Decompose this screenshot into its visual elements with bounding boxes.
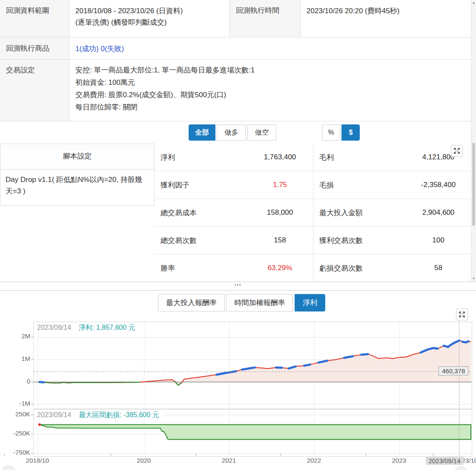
expand-icon bbox=[458, 311, 466, 318]
x-tick-mark bbox=[281, 454, 281, 456]
x-tick-label: 2022 bbox=[295, 457, 333, 464]
info-row-settings: 交易設定 安控: 單一商品最大部位:1, 單一商品每日最多進場次數:1 初始資金… bbox=[0, 60, 471, 121]
y-tick-label: -1M bbox=[0, 400, 30, 407]
stat-value: 100 bbox=[406, 227, 471, 254]
script-settings-panel: 腳本設定 Day Drop v1.1( 距低點N%以內=20, 持股幾天=3 ) bbox=[0, 144, 155, 206]
range-value-line1: 2018/10/08 - 2023/10/26 (日資料) bbox=[75, 5, 229, 17]
stat-label: 毛損 bbox=[313, 171, 406, 199]
max-drawdown-chart[interactable]: 2023/09/14最大區間虧損: -385,600 元 bbox=[33, 409, 472, 457]
chart-tooltip: 2023/09/14淨利: 1,857,600 元 bbox=[35, 323, 139, 333]
products-value-link[interactable]: 1(成功) 0(失敗) bbox=[69, 37, 471, 59]
tab-dollar[interactable]: $ bbox=[341, 124, 360, 141]
stat-value: -2,358,400 bbox=[406, 171, 471, 199]
settings-line-reset: 每日部位歸零: 關閉 bbox=[75, 101, 471, 113]
stats-table: 淨利 1,763,400 毛利 4,121,800 獲利因子 1.75 毛損 -… bbox=[155, 144, 471, 282]
stat-value: 1.75 bbox=[247, 171, 313, 199]
net-profit-chart[interactable]: 2023/09/14淨利: 1,857,600 元 bbox=[33, 322, 472, 409]
expand-icon bbox=[453, 147, 461, 155]
unit-toggle-group: % $ bbox=[322, 124, 360, 141]
settings-line-risk: 安控: 單一商品最大部位:1, 單一商品每日最多進場次數:1 bbox=[75, 64, 471, 76]
stat-value: 63.29% bbox=[247, 254, 313, 282]
y-tick-mark bbox=[31, 337, 33, 337]
tooltip-value: 最大區間虧損: -385,600 元 bbox=[79, 411, 159, 418]
stat-value: 58 bbox=[406, 254, 471, 282]
x-tick-mark bbox=[196, 454, 196, 456]
script-settings-header: 腳本設定 bbox=[0, 144, 154, 170]
stat-label: 總交易成本 bbox=[155, 199, 247, 227]
stats-expand-button[interactable] bbox=[451, 145, 463, 157]
chart-tab-group: 最大投入報酬率 時間加權報酬率 淨利 bbox=[158, 294, 325, 311]
position-toggle-group: 全部 做多 做空 bbox=[189, 124, 276, 141]
y-tick-label: 250K bbox=[0, 410, 30, 418]
crosshair-vertical-line bbox=[459, 322, 459, 456]
exec-time-label: 回測執行時間 bbox=[230, 0, 300, 37]
tab-percent[interactable]: % bbox=[322, 124, 340, 141]
range-label: 回測資料範圍 bbox=[0, 0, 69, 37]
tab-all[interactable]: 全部 bbox=[189, 124, 215, 141]
tooltip-date: 2023/09/14 bbox=[37, 411, 71, 418]
crosshair-x-label: 2023/09/14 bbox=[426, 457, 463, 465]
y-tick-label: 2M bbox=[0, 332, 30, 340]
x-tick-mark bbox=[433, 454, 433, 456]
stat-value: 1,763,400 bbox=[247, 144, 313, 171]
stat-label: 勝率 bbox=[155, 254, 247, 282]
tab-long[interactable]: 做多 bbox=[217, 124, 246, 141]
tab-time-weighted-return[interactable]: 時間加權報酬率 bbox=[226, 294, 293, 311]
exec-time-value: 2023/10/26 20:20 (費時45秒) bbox=[300, 0, 471, 37]
y-tick-mark bbox=[31, 359, 33, 360]
chart-tooltip: 2023/09/14最大區間虧損: -385,600 元 bbox=[35, 410, 163, 420]
stat-value: 2,904,600 bbox=[406, 199, 471, 227]
y-tick-mark bbox=[31, 415, 33, 415]
range-value: 2018/10/08 - 2023/10/26 (日資料) (逐筆洗價) (觸發… bbox=[69, 0, 230, 37]
tooltip-value: 淨利: 1,857,600 元 bbox=[79, 324, 135, 331]
script-settings-content: Day Drop v1.1( 距低點N%以內=20, 持股幾天=3 ) bbox=[0, 170, 154, 201]
splitter-handle-icon[interactable]: ••• bbox=[230, 283, 246, 287]
chart-expand-button[interactable] bbox=[456, 309, 468, 320]
x-tick-mark bbox=[111, 454, 111, 456]
scrollbar-down-icon[interactable]: ▼ bbox=[471, 276, 476, 282]
y-tick-label: 0 bbox=[0, 378, 30, 385]
stat-label: 毛利 bbox=[313, 144, 406, 171]
stat-label: 獲利交易次數 bbox=[313, 227, 406, 254]
stat-label: 總交易次數 bbox=[155, 227, 247, 254]
x-tick-label: 2023 bbox=[380, 457, 418, 464]
crosshair-y-label: 460,378 bbox=[439, 366, 468, 375]
pane-splitter[interactable]: ••• bbox=[0, 282, 476, 291]
info-row-products: 回測執行商品 1(成功) 0(失敗) bbox=[0, 37, 471, 60]
y-tick-mark bbox=[31, 434, 33, 434]
info-row-range: 回測資料範圍 2018/10/08 - 2023/10/26 (日資料) (逐筆… bbox=[0, 0, 471, 37]
scrollbar-up-icon[interactable]: ▲ bbox=[471, 0, 476, 6]
x-tick-mark bbox=[4, 454, 5, 456]
x-tick-label: 2020 bbox=[125, 457, 163, 464]
tab-short[interactable]: 做空 bbox=[247, 124, 276, 141]
stat-label: 獲利因子 bbox=[155, 171, 247, 199]
settings-value: 安控: 單一商品最大部位:1, 單一商品每日最多進場次數:1 初始資金: 100… bbox=[69, 60, 471, 121]
x-tick-label: 2021 bbox=[210, 457, 248, 464]
y-tick-mark bbox=[31, 382, 33, 382]
y-tick-label: -250K bbox=[0, 430, 30, 437]
stat-label: 最大投入金額 bbox=[313, 199, 406, 227]
scrollbar-thumb[interactable] bbox=[472, 143, 475, 226]
backtest-report-window: 回測資料範圍 2018/10/08 - 2023/10/26 (日資料) (逐筆… bbox=[0, 0, 476, 470]
y-tick-mark bbox=[31, 404, 33, 404]
settings-line-capital: 初始資金: 100萬元 bbox=[75, 76, 471, 89]
tooltip-date: 2023/09/14 bbox=[37, 324, 71, 331]
stat-label: 虧損交易次數 bbox=[313, 254, 406, 282]
y-tick-mark bbox=[31, 453, 33, 453]
x-axis-labels: 2018/1020202021202220232023/10 bbox=[0, 457, 476, 467]
settings-label: 交易設定 bbox=[0, 60, 69, 121]
tab-max-invest-return[interactable]: 最大投入報酬率 bbox=[158, 294, 225, 311]
x-tick-mark bbox=[366, 454, 366, 456]
stat-label: 淨利 bbox=[155, 144, 247, 171]
settings-line-fees: 交易費用: 股票0.2%(成交金額)、期貨500元(口) bbox=[75, 89, 471, 101]
stat-value: 158,000 bbox=[247, 199, 313, 227]
x-tick-label: 2018/10 bbox=[18, 457, 57, 464]
y-tick-label: 1M bbox=[0, 355, 30, 362]
stat-value: 158 bbox=[247, 227, 313, 254]
tab-net-profit[interactable]: 淨利 bbox=[295, 294, 325, 311]
top-pane-scrollbar[interactable]: ▲ ▼ bbox=[471, 0, 476, 282]
products-label: 回測執行商品 bbox=[0, 37, 69, 59]
range-value-line2: (逐筆洗價) (觸發即判斷成交) bbox=[75, 17, 229, 28]
